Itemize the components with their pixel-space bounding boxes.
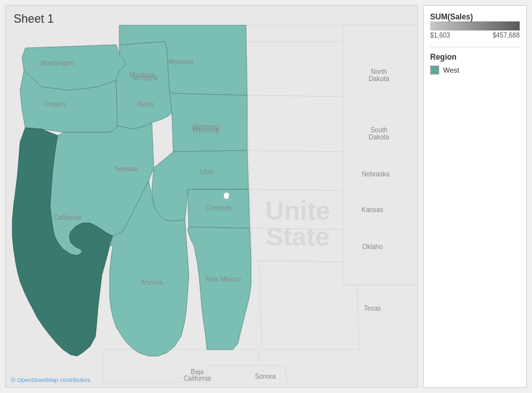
sum-sales-title: SUM(Sales) — [430, 12, 520, 21]
svg-text:Washington: Washington — [41, 60, 75, 67]
svg-text:Montana: Montana — [133, 75, 158, 82]
svg-text:North: North — [371, 68, 387, 75]
min-value-label: $1,603 — [430, 32, 450, 39]
region-title: Region — [430, 53, 520, 62]
map-svg-container: Washington Oregon California Montana Mon… — [6, 6, 417, 387]
svg-text:State: State — [266, 222, 330, 251]
color-gradient-bar — [430, 21, 520, 30]
svg-text:Wyoming: Wyoming — [192, 123, 219, 130]
main-container: Sheet 1 — [0, 0, 532, 393]
map-panel: Sheet 1 — [5, 5, 418, 388]
svg-text:Nebraska: Nebraska — [362, 171, 390, 178]
svg-text:Dakota: Dakota — [369, 75, 389, 82]
svg-text:Nevada: Nevada — [115, 165, 138, 173]
svg-text:Utah: Utah — [200, 169, 213, 176]
svg-text:California: California — [184, 375, 212, 382]
region-west-label: West — [443, 66, 459, 74]
svg-text:Oregon: Oregon — [43, 101, 65, 108]
svg-text:Colorado: Colorado — [206, 204, 232, 211]
svg-text:Idaho: Idaho — [137, 101, 153, 108]
svg-text:California: California — [54, 214, 82, 221]
sheet-title: Sheet 1 — [14, 12, 54, 26]
max-value-label: $457,688 — [492, 32, 520, 39]
gradient-labels: $1,603 $457,688 — [430, 32, 520, 39]
svg-text:New Mexico: New Mexico — [206, 276, 241, 283]
svg-text:Unite: Unite — [265, 196, 330, 225]
legend-panel: SUM(Sales) $1,603 $457,688 Region West — [423, 5, 527, 388]
svg-text:Sonora: Sonora — [255, 373, 276, 380]
svg-text:Dakota: Dakota — [369, 134, 389, 141]
svg-text:Kansas: Kansas — [361, 206, 383, 213]
sum-sales-section: SUM(Sales) $1,603 $457,688 — [430, 12, 520, 39]
copyright-text: © OpenStreetMap contributors — [11, 377, 90, 383]
region-section: Region West — [430, 47, 520, 75]
region-west-item: West — [430, 66, 520, 75]
region-west-color-box — [430, 66, 439, 75]
svg-text:South: South — [370, 126, 387, 134]
svg-text:Arizona: Arizona — [141, 279, 163, 286]
svg-text:Texas: Texas — [364, 305, 381, 312]
svg-text:Montana: Montana — [169, 58, 194, 66]
svg-text:Oklaho: Oklaho — [362, 243, 383, 250]
